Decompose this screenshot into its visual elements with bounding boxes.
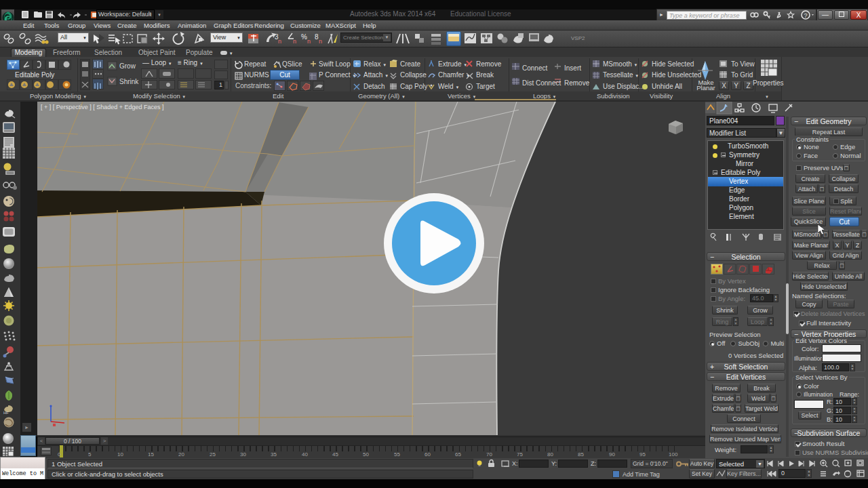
- svg-text:n: n: [278, 38, 281, 45]
- svg-text:n: n: [293, 38, 296, 45]
- svg-text:[ + ] [ Perspective ] [ Shaded: [ + ] [ Perspective ] [ Shaded + Edged F…: [41, 104, 164, 110]
- svg-text:?: ?: [804, 12, 807, 19]
- svg-text:HF: HF: [3, 411, 9, 415]
- svg-text:n: n: [319, 38, 322, 45]
- svg-text:%: %: [301, 33, 307, 41]
- svg-text:n: n: [307, 38, 311, 45]
